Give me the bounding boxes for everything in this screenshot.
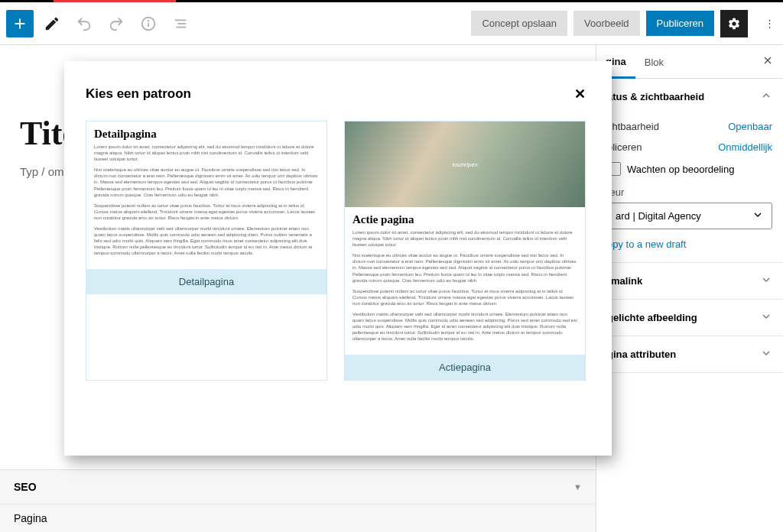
pattern-label: Actiepagina — [345, 355, 585, 380]
pattern-preview-text: Nisi scelerisque eu ultrices vitae aucto… — [353, 252, 577, 283]
pattern-preview-text: Suspendisse potenti nullam ac tortor vit… — [353, 288, 577, 307]
save-draft-button[interactable]: Concept opslaan — [471, 11, 567, 36]
pattern-preview-heading: Detailpagina — [94, 128, 319, 141]
pattern-preview-text: Vestibulum mattis ullamcorper velit sed … — [353, 311, 577, 342]
panel-featured-image[interactable]: gelichte afbeelding — [596, 300, 783, 336]
hero-overlay-text: inschrijven — [452, 162, 477, 167]
chevron-down-icon — [760, 274, 772, 288]
pattern-card-detailpagina[interactable]: Detailpagina Lorem ipsum dolor sit amet,… — [86, 121, 327, 381]
panel-status-visibility[interactable]: atus & zichtbaarheid — [596, 79, 783, 115]
publish-button[interactable]: Publiceren — [646, 11, 714, 36]
author-value: ard | Digital Agency — [616, 210, 701, 222]
seo-tab-page[interactable]: Pagina — [0, 504, 596, 532]
seo-heading-label: SEO — [14, 481, 37, 493]
seo-metabox: SEO ▼ Pagina — [0, 469, 596, 532]
info-button[interactable] — [135, 10, 162, 37]
pending-review-label: Wachten op beoordeling — [627, 164, 734, 175]
author-label: teur — [607, 183, 772, 203]
panel-title: gelichte afbeelding — [607, 312, 697, 323]
author-select[interactable]: ard | Digital Agency — [607, 203, 772, 229]
seo-heading[interactable]: SEO ▼ — [0, 470, 596, 504]
preview-button[interactable]: Voorbeeld — [573, 11, 640, 36]
pattern-preview-text: Suspendisse potenti nullam ac tortor vit… — [94, 203, 319, 221]
settings-button[interactable] — [720, 10, 748, 37]
close-modal-button[interactable]: ✕ — [570, 83, 590, 105]
visibility-value[interactable]: Openbaar — [728, 121, 772, 132]
pattern-preview-heading: Actie pagina — [353, 213, 577, 226]
panel-permalink[interactable]: rmalink — [596, 263, 783, 299]
close-sidebar-button[interactable] — [752, 47, 783, 77]
panel-title: atus & zichtbaarheid — [607, 91, 704, 102]
copy-to-new-draft-link[interactable]: ppy to a new draft — [607, 229, 772, 253]
more-menu-button[interactable]: ⋮ — [754, 11, 777, 36]
pattern-preview-text: Nisi scelerisque eu ultrices vitae aucto… — [94, 167, 319, 197]
edit-mode-button[interactable] — [38, 10, 66, 37]
tab-block[interactable]: Blok — [635, 46, 673, 77]
pattern-preview-text: Lorem ipsum dolor sit amet, consectetur … — [94, 144, 319, 162]
chevron-down-icon — [760, 347, 772, 362]
pattern-label: Detailpagina — [86, 269, 327, 294]
pattern-preview-hero-image: inschrijven — [345, 122, 585, 207]
chevron-down-icon — [752, 209, 764, 223]
chevron-up-icon — [760, 89, 772, 104]
settings-sidebar: gina Blok atus & zichtbaarheid chtbaarhe… — [596, 45, 783, 532]
panel-title: gina attributen — [607, 349, 676, 360]
visibility-label: chtbaarheid — [607, 121, 659, 132]
add-block-button[interactable] — [6, 10, 34, 37]
outline-button[interactable] — [167, 10, 194, 37]
panel-title: rmalink — [607, 275, 642, 287]
modal-title: Kies een patroon — [86, 86, 191, 102]
choose-pattern-modal: Kies een patroon ✕ Detailpagina Lorem ip… — [64, 61, 612, 456]
svg-point-4 — [148, 20, 149, 21]
editor-toolbar: Concept opslaan Voorbeeld Publiceren ⋮ — [0, 2, 783, 45]
redo-button[interactable] — [102, 10, 130, 37]
chevron-down-icon — [760, 310, 772, 325]
publish-value[interactable]: Onmiddellijk — [718, 141, 772, 153]
publish-label: bliceren — [607, 141, 642, 153]
pattern-card-actiepagina[interactable]: inschrijven Actie pagina Lorem ipsum dol… — [344, 121, 586, 381]
chevron-down-icon: ▼ — [573, 482, 582, 491]
pattern-preview-text: Vestibulum mattis ullamcorper velit sed … — [94, 225, 319, 256]
panel-page-attributes[interactable]: gina attributen — [596, 336, 783, 372]
undo-button[interactable] — [70, 10, 98, 37]
pattern-preview-text: Lorem ipsum dolor sit amet, consectetur … — [353, 229, 577, 248]
